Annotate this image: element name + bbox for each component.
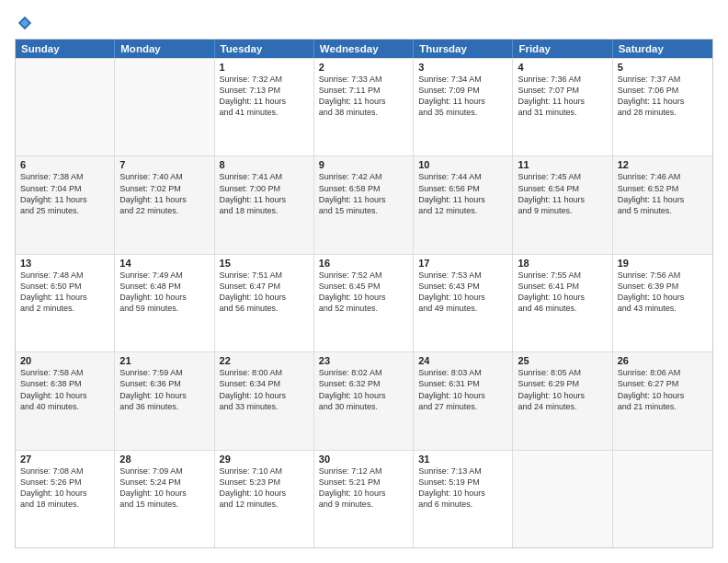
cell-line: and 9 minutes. <box>518 205 607 216</box>
cell-line: Sunrise: 7:12 AM <box>319 465 408 477</box>
calendar-cell-2-4: 17Sunrise: 7:53 AMSunset: 6:43 PMDayligh… <box>414 255 513 351</box>
calendar-cell-3-6: 26Sunrise: 8:06 AMSunset: 6:27 PMDayligh… <box>613 352 712 449</box>
cell-line: Daylight: 11 hours <box>119 194 209 205</box>
cell-line: Sunset: 5:24 PM <box>119 477 209 488</box>
cell-line: Sunset: 6:45 PM <box>319 281 408 292</box>
cell-line: Sunrise: 7:40 AM <box>119 171 209 182</box>
day-number: 24 <box>418 355 507 366</box>
calendar-cell-2-2: 15Sunrise: 7:51 AMSunset: 6:47 PMDayligh… <box>215 255 314 351</box>
logo-icon <box>17 15 33 31</box>
cell-line: Daylight: 10 hours <box>119 390 209 401</box>
calendar-cell-1-4: 10Sunrise: 7:44 AMSunset: 6:56 PMDayligh… <box>414 156 513 253</box>
cell-line: and 21 minutes. <box>618 401 708 412</box>
cell-line: Daylight: 11 hours <box>220 96 309 107</box>
cell-line: and 43 minutes. <box>618 303 708 314</box>
cell-line: and 46 minutes. <box>518 303 607 314</box>
calendar-cell-3-4: 24Sunrise: 8:03 AMSunset: 6:31 PMDayligh… <box>414 352 513 449</box>
day-number: 14 <box>119 258 209 269</box>
cell-line: Sunrise: 8:02 AM <box>319 367 408 378</box>
weekday-header-friday: Friday <box>513 40 612 58</box>
cell-line: Sunrise: 7:36 AM <box>518 74 607 85</box>
cell-line: Daylight: 10 hours <box>319 488 408 499</box>
calendar-cell-0-6: 5Sunrise: 7:37 AMSunset: 7:06 PMDaylight… <box>613 59 712 155</box>
day-number: 19 <box>618 258 708 269</box>
day-number: 11 <box>518 159 607 170</box>
cell-line: Sunrise: 7:33 AM <box>319 74 408 85</box>
day-number: 4 <box>518 62 607 73</box>
logo <box>15 15 33 31</box>
calendar-cell-0-3: 2Sunrise: 7:33 AMSunset: 7:11 PMDaylight… <box>314 59 414 155</box>
cell-line: and 56 minutes. <box>220 303 309 314</box>
cell-line: and 38 minutes. <box>319 107 408 118</box>
calendar-cell-0-4: 3Sunrise: 7:34 AMSunset: 7:09 PMDaylight… <box>414 59 513 155</box>
cell-line: Daylight: 10 hours <box>418 390 507 401</box>
cell-line: and 33 minutes. <box>220 401 309 412</box>
weekday-header-thursday: Thursday <box>414 40 513 58</box>
calendar-cell-1-0: 6Sunrise: 7:38 AMSunset: 7:04 PMDaylight… <box>16 156 115 253</box>
cell-line: and 31 minutes. <box>518 107 607 118</box>
cell-line: Sunrise: 7:34 AM <box>418 74 507 85</box>
cell-line: Sunset: 7:11 PM <box>319 85 408 96</box>
cell-line: Sunrise: 7:55 AM <box>518 270 607 281</box>
day-number: 25 <box>518 355 607 366</box>
cell-line: Daylight: 11 hours <box>418 194 507 205</box>
cell-line: Daylight: 11 hours <box>319 96 408 107</box>
cell-line: Sunrise: 7:52 AM <box>319 270 408 281</box>
day-number: 6 <box>20 159 109 170</box>
cell-line: Sunset: 6:32 PM <box>319 378 408 389</box>
calendar-cell-0-0 <box>16 59 115 155</box>
cell-line: Daylight: 10 hours <box>518 390 607 401</box>
cell-line: and 52 minutes. <box>319 303 408 314</box>
calendar-cell-2-0: 13Sunrise: 7:48 AMSunset: 6:50 PMDayligh… <box>16 255 115 351</box>
calendar-cell-2-6: 19Sunrise: 7:56 AMSunset: 6:39 PMDayligh… <box>613 255 712 351</box>
cell-line: Daylight: 10 hours <box>220 488 309 499</box>
day-number: 18 <box>518 258 607 269</box>
calendar-row-3: 20Sunrise: 7:58 AMSunset: 6:38 PMDayligh… <box>16 351 712 449</box>
day-number: 29 <box>220 454 309 465</box>
cell-line: Sunset: 7:06 PM <box>618 85 708 96</box>
day-number: 22 <box>220 355 309 366</box>
calendar-cell-4-4: 31Sunrise: 7:13 AMSunset: 5:19 PMDayligh… <box>414 451 513 547</box>
cell-line: Daylight: 11 hours <box>319 194 408 205</box>
cell-line: and 2 minutes. <box>20 303 109 314</box>
calendar-cell-1-1: 7Sunrise: 7:40 AMSunset: 7:02 PMDaylight… <box>115 156 214 253</box>
day-number: 23 <box>319 355 408 366</box>
cell-line: Sunrise: 7:32 AM <box>220 74 309 85</box>
calendar-cell-4-1: 28Sunrise: 7:09 AMSunset: 5:24 PMDayligh… <box>115 451 214 547</box>
day-number: 16 <box>319 258 408 269</box>
day-number: 13 <box>20 258 109 269</box>
calendar-cell-3-1: 21Sunrise: 7:59 AMSunset: 6:36 PMDayligh… <box>115 352 214 449</box>
cell-line: Sunrise: 7:56 AM <box>618 270 708 281</box>
cell-line: Daylight: 10 hours <box>119 488 209 499</box>
day-number: 8 <box>220 159 309 170</box>
calendar-cell-1-3: 9Sunrise: 7:42 AMSunset: 6:58 PMDaylight… <box>314 156 414 253</box>
day-number: 27 <box>20 454 109 465</box>
cell-line: Sunrise: 7:48 AM <box>20 270 109 281</box>
cell-line: Sunset: 6:31 PM <box>418 378 507 389</box>
cell-line: Daylight: 11 hours <box>618 96 708 107</box>
cell-line: and 6 minutes. <box>418 499 507 510</box>
cell-line: and 40 minutes. <box>20 401 109 412</box>
day-number: 9 <box>319 159 408 170</box>
cell-line: Sunset: 6:41 PM <box>518 281 607 292</box>
calendar-header: SundayMondayTuesdayWednesdayThursdayFrid… <box>16 40 712 58</box>
cell-line: Daylight: 10 hours <box>518 292 607 303</box>
calendar-cell-4-0: 27Sunrise: 7:08 AMSunset: 5:26 PMDayligh… <box>16 451 115 547</box>
weekday-header-wednesday: Wednesday <box>314 40 414 58</box>
cell-line: and 41 minutes. <box>220 107 309 118</box>
cell-line: Daylight: 10 hours <box>418 488 507 499</box>
cell-line: Sunrise: 7:46 AM <box>618 171 708 182</box>
cell-line: Daylight: 11 hours <box>418 96 507 107</box>
calendar-body: 1Sunrise: 7:32 AMSunset: 7:13 PMDaylight… <box>16 58 712 547</box>
cell-line: Daylight: 10 hours <box>618 390 708 401</box>
cell-line: Sunrise: 7:13 AM <box>418 465 507 477</box>
calendar-cell-4-3: 30Sunrise: 7:12 AMSunset: 5:21 PMDayligh… <box>314 451 414 547</box>
cell-line: Sunset: 6:34 PM <box>220 378 309 389</box>
day-number: 10 <box>418 159 507 170</box>
weekday-header-monday: Monday <box>115 40 214 58</box>
calendar-cell-2-3: 16Sunrise: 7:52 AMSunset: 6:45 PMDayligh… <box>314 255 414 351</box>
cell-line: Daylight: 10 hours <box>220 390 309 401</box>
cell-line: Sunrise: 7:53 AM <box>418 270 507 281</box>
cell-line: Sunset: 6:54 PM <box>518 183 607 194</box>
cell-line: and 59 minutes. <box>119 303 209 314</box>
